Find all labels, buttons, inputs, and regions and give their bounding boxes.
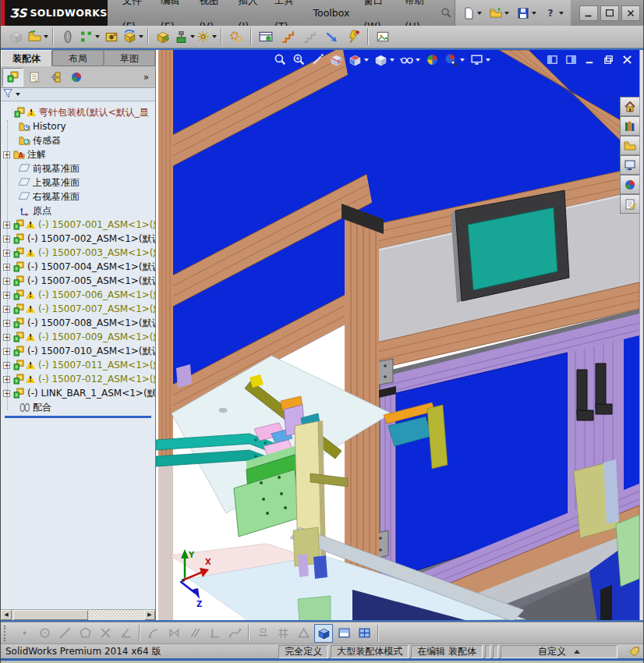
toolbar-separator [248, 625, 249, 642]
tree-root-item[interactable]: !弯针包装机 (默认<默认_显 [1, 105, 155, 119]
tree-item[interactable]: +(-) 15007-005_ASM<1> (默认 [1, 274, 155, 288]
configurationmanager-tab[interactable] [44, 68, 65, 87]
help-icon[interactable]: ? [542, 5, 566, 21]
filter-icon[interactable] [3, 87, 14, 102]
panel-tab-2[interactable]: 布局 [52, 50, 104, 66]
show-hidden-components-icon[interactable] [153, 27, 173, 47]
linear-component-pattern-icon[interactable] [80, 27, 100, 47]
tree-item[interactable]: +(-) 15007-008_ASM<1> (默认 [1, 316, 155, 330]
tree-item-suffix: (默 [150, 288, 155, 302]
tree-item[interactable]: +!(-) 15007-006_ASM<1> (默 [1, 288, 155, 302]
tree-item[interactable]: +A注解 [1, 147, 155, 161]
mate-icon[interactable] [58, 27, 78, 47]
interference-detection-icon[interactable] [321, 27, 341, 47]
motion-study-icon[interactable] [226, 27, 246, 47]
sketch-line-icon [55, 624, 74, 643]
smart-fasteners-icon[interactable] [101, 27, 122, 47]
zoom-fit-icon[interactable] [273, 52, 288, 67]
menu-6[interactable]: Toolbox [306, 0, 357, 26]
hide-show-items-icon[interactable] [399, 52, 421, 67]
take-snapshot-icon[interactable] [373, 27, 393, 47]
customize-cell[interactable]: 自定义 [501, 645, 617, 658]
edit-appearance-icon[interactable] [425, 52, 440, 67]
assembly-features-icon[interactable] [175, 27, 195, 47]
move-component-icon[interactable] [123, 27, 143, 47]
featuremanager-tab[interactable] [2, 68, 23, 87]
tree-item[interactable]: 原点 [1, 204, 155, 218]
two-pane-view-icon[interactable] [334, 624, 353, 643]
rollback-bar[interactable] [5, 416, 151, 418]
bill-of-materials-icon[interactable] [256, 27, 276, 47]
panel-tab-1[interactable]: 装配体 [1, 50, 52, 66]
tree-item[interactable]: 前视基准面 [1, 161, 155, 176]
displaymanager-tab[interactable] [65, 68, 87, 87]
toolbar-separator [52, 28, 54, 45]
view-palette-tab[interactable] [620, 155, 639, 175]
view-settings-icon[interactable] [469, 52, 491, 67]
exploded-view-icon[interactable] [278, 27, 298, 47]
tree-item[interactable]: 配合 [1, 400, 155, 414]
new-document-icon[interactable] [460, 5, 484, 21]
tree-item[interactable]: 传感器 [1, 133, 155, 147]
home-tab[interactable] [620, 97, 639, 116]
assembly-xpert-icon[interactable] [343, 27, 363, 47]
tree-item[interactable]: +!(-) 15007-001_ASM<1> (默 [1, 218, 155, 232]
tree-item[interactable]: +!(-) 15007-007_ASM<1> (默 [1, 302, 155, 316]
sketch-toolbar [1, 622, 644, 644]
tree-item[interactable]: +!(-) 15007-012_ASM<1> (默 [1, 372, 155, 386]
tree-item[interactable]: +!(-) 15007-011_ASM<1> (默 [1, 358, 155, 372]
tree-item[interactable]: +(-) 15007-010_ASM<1> (默认 [1, 344, 155, 358]
tree-item[interactable]: 右视基准面 [1, 190, 155, 204]
doc-close-button[interactable] [621, 54, 633, 69]
customize-caret-icon[interactable] [574, 650, 580, 654]
tree-horizontal-scrollbar[interactable]: ◀ ▶ [1, 609, 155, 620]
tree-item[interactable]: +(-) 15007-002_ASM<1> (默认 [1, 232, 155, 246]
tag-icon[interactable] [628, 646, 640, 658]
manager-overflow-chevron[interactable]: » [143, 72, 154, 83]
pane-right-icon[interactable] [565, 54, 577, 69]
solidworks-logo: ƷS SOLIDWORKS [1, 0, 108, 26]
reference-geometry-icon[interactable] [196, 27, 217, 47]
four-pane-view-icon[interactable] [355, 624, 373, 643]
panel-tab-3[interactable]: 草图 [104, 50, 155, 66]
toolbar-grip[interactable] [4, 626, 8, 641]
viewport-3d[interactable]: Y X Z [156, 50, 639, 620]
view-cube-icon[interactable] [314, 624, 333, 643]
pane-left-icon[interactable] [547, 54, 558, 69]
previous-view-icon[interactable] [310, 52, 325, 67]
scrollbar-track[interactable] [88, 610, 144, 620]
propertymanager-tab[interactable] [23, 68, 44, 87]
doc-restore-button[interactable] [603, 54, 614, 69]
open-icon[interactable] [487, 5, 511, 21]
minimize-button[interactable] [579, 5, 598, 21]
zoom-area-icon[interactable] [292, 52, 306, 67]
assembly-toolbar [1, 26, 644, 48]
section-view-icon[interactable] [329, 52, 344, 67]
tree-item[interactable]: 上视基准面 [1, 176, 155, 190]
doc-minimize-button[interactable] [584, 54, 596, 69]
tree-item[interactable]: History [1, 119, 155, 133]
scroll-left-arrow[interactable]: ◀ [1, 610, 12, 620]
save-icon[interactable] [515, 5, 539, 21]
task-pane-edge[interactable] [639, 50, 644, 620]
appearances-tab[interactable] [620, 175, 639, 194]
close-button[interactable] [621, 5, 640, 21]
tree-item-label: (-) LINK_BAR_1_ASM<1> [27, 386, 143, 400]
view-orientation-icon[interactable] [348, 52, 370, 67]
open-part-icon[interactable] [28, 27, 48, 47]
maximize-button[interactable] [600, 5, 619, 21]
tree-item[interactable]: +(-) 15007-004_ASM<1> (默认 [1, 260, 155, 274]
filter-dropdown-caret[interactable] [16, 93, 20, 96]
status-cell-2: 大型装配体模式 [331, 645, 409, 658]
tree-item[interactable]: +(-) LINK_BAR_1_ASM<1> (默 [1, 386, 155, 400]
design-library-tab[interactable] [620, 116, 639, 136]
tree-item[interactable]: +!(-) 15007-003_ASM<1> (默 [1, 246, 155, 260]
search-icon[interactable] [437, 0, 455, 26]
scroll-right-arrow[interactable]: ▶ [144, 610, 155, 620]
display-style-icon[interactable] [373, 52, 395, 67]
apply-scene-icon[interactable] [444, 52, 465, 67]
scrollbar-thumb[interactable] [13, 610, 88, 620]
file-explorer-tab[interactable] [620, 136, 639, 155]
tree-item[interactable]: +!(-) 15007-009_ASM<1> (默 [1, 330, 155, 344]
custom-properties-tab[interactable] [620, 194, 639, 214]
